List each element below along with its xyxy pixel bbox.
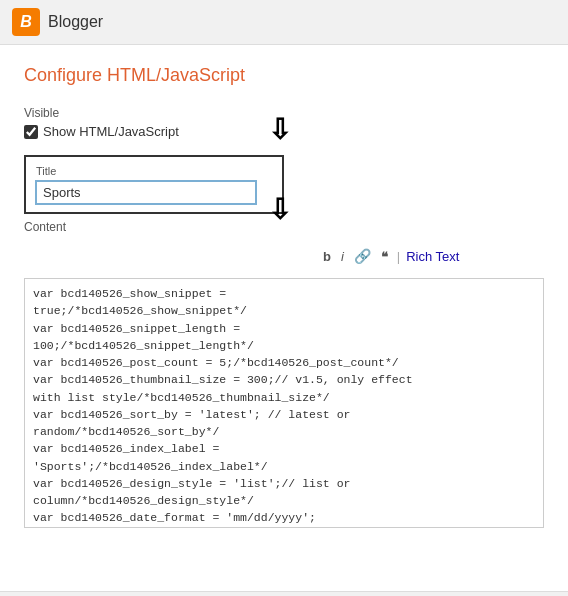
blogger-logo: B <box>12 8 40 36</box>
page-title: Configure HTML/JavaScript <box>24 65 544 86</box>
app-name: Blogger <box>48 13 103 31</box>
bold-button[interactable]: b <box>320 248 334 265</box>
toolbar-divider: | <box>397 249 400 264</box>
quote-icon[interactable]: ❝ <box>378 248 391 265</box>
show-html-label: Show HTML/JavaScript <box>43 124 179 139</box>
title-input[interactable] <box>36 181 256 204</box>
content-toolbar: b i 🔗 ❝ | Rich Text <box>320 247 459 265</box>
show-html-checkbox[interactable] <box>24 125 38 139</box>
title-section: Title <box>24 155 284 214</box>
rich-text-link[interactable]: Rich Text <box>406 249 459 264</box>
arrow-down-icon-2: ⇩ <box>268 193 291 226</box>
app-header: B Blogger <box>0 0 568 45</box>
title-field-label: Title <box>36 165 272 177</box>
content-area-wrapper: var bcd140526_show_snippet = true;/*bcd1… <box>24 278 544 531</box>
arrow-down-icon-1: ⇩ <box>268 113 291 146</box>
link-icon[interactable]: 🔗 <box>351 247 374 265</box>
content-textarea[interactable]: var bcd140526_show_snippet = true;/*bcd1… <box>24 278 544 528</box>
bottom-actions: ⇨ Save Cancel Back <box>0 591 568 596</box>
main-content: Configure HTML/JavaScript Visible Show H… <box>0 45 568 591</box>
italic-button[interactable]: i <box>338 248 347 265</box>
logo-letter: B <box>20 13 32 31</box>
